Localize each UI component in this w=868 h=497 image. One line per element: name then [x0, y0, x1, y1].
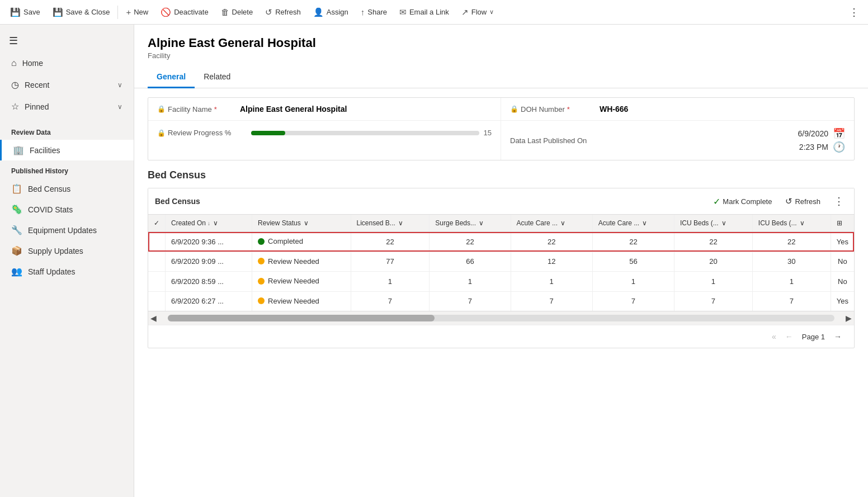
calendar-icon[interactable]: 📅 — [833, 127, 845, 140]
delete-button[interactable]: 🗑 Delete — [215, 4, 259, 20]
flow-button[interactable]: ↗ Flow ∨ — [456, 4, 499, 21]
sidebar-item-recent[interactable]: ◷ Recent ∨ — [0, 74, 134, 96]
row-icu-beds-2: 1 — [752, 272, 831, 292]
col-header-icu-beds-2[interactable]: ICU Beds (... ∨ — [752, 215, 831, 232]
sidebar-item-home[interactable]: ⌂ Home — [0, 53, 134, 74]
licensed-b-filter-icon[interactable]: ∨ — [398, 219, 403, 227]
tab-bar: General Related — [134, 67, 868, 88]
deactivate-button[interactable]: 🚫 Deactivate — [155, 4, 214, 21]
mark-complete-button[interactable]: ✓ Mark Complete — [710, 194, 775, 209]
subgrid-title: Bed Census — [155, 197, 710, 206]
subgrid-more-button[interactable]: ⋮ — [831, 193, 847, 210]
sidebar-item-facilities[interactable]: 🏢 Facilities — [0, 140, 134, 160]
pagination: « ← Page 1 → — [148, 325, 854, 348]
col-header-surge-beds[interactable]: Surge Beds... ∨ — [430, 215, 511, 232]
row-acute-care-1: 12 — [511, 252, 592, 272]
scrollbar-thumb[interactable] — [168, 315, 435, 321]
col-resize-icon[interactable]: ⊞ — [837, 219, 842, 227]
sidebar-item-pinned[interactable]: ☆ Pinned ∨ — [0, 96, 134, 117]
page-prev-button[interactable]: ← — [782, 330, 796, 343]
scroll-left-icon[interactable]: ◀ — [148, 314, 159, 323]
col-header-icu-beds-1[interactable]: ICU Beds (... ∨ — [674, 215, 752, 232]
header-check-icon[interactable]: ✓ — [154, 219, 159, 227]
save-button[interactable]: 💾 Save — [4, 4, 46, 21]
new-button[interactable]: + New — [120, 4, 154, 20]
tab-general[interactable]: General — [148, 67, 195, 88]
save-close-button[interactable]: 💾 Save & Close — [47, 4, 116, 21]
acute-care-2-filter-icon[interactable]: ∨ — [642, 219, 647, 227]
table-row[interactable]: 6/9/2020 9:36 ... Completed 22 22 22 22 … — [148, 232, 854, 252]
clock-icon[interactable]: 🕐 — [833, 141, 845, 153]
col-header-acute-care-1[interactable]: Acute Care ... ∨ — [511, 215, 592, 232]
scroll-right-icon[interactable]: ▶ — [843, 314, 854, 323]
bed-census-section-title: Bed Census — [148, 169, 855, 188]
bed-census-table: ✓ Created On ↓ ∨ — [148, 215, 854, 311]
recent-icon: ◷ — [11, 79, 19, 90]
col-header-review-status[interactable]: Review Status ∨ — [252, 215, 351, 232]
row-created-on: 6/9/2020 9:36 ... — [166, 232, 252, 252]
row-acute-care-1: 22 — [511, 232, 592, 252]
table-row[interactable]: 6/9/2020 6:27 ... Review Needed 7 7 7 7 … — [148, 291, 854, 311]
tab-related[interactable]: Related — [195, 67, 239, 88]
lock-icon-3: 🔒 — [157, 129, 166, 137]
flow-chevron-icon: ∨ — [489, 8, 494, 16]
share-button[interactable]: ↑ Share — [355, 4, 393, 20]
sidebar-item-equipment-updates[interactable]: 🔧 Equipment Updates — [0, 220, 134, 240]
col-header-acute-care-2[interactable]: Acute Care ... ∨ — [592, 215, 674, 232]
row-surge-beds: 1 — [430, 272, 511, 292]
assign-button[interactable]: 👤 Assign — [308, 4, 354, 21]
sidebar-item-bed-census[interactable]: 📋 Bed Census — [0, 178, 134, 199]
doh-number-label: 🔒 DOH Number * — [510, 105, 588, 113]
row-surge-beds: 22 — [430, 232, 511, 252]
surge-beds-filter-icon[interactable]: ∨ — [479, 219, 484, 227]
row-acute-care-2: 1 — [592, 272, 674, 292]
email-icon: ✉ — [399, 7, 407, 17]
row-last-col: No — [831, 272, 854, 292]
row-check[interactable] — [148, 291, 166, 311]
table-row[interactable]: 6/9/2020 9:09 ... Review Needed 77 66 12… — [148, 252, 854, 272]
row-check[interactable] — [148, 232, 166, 252]
row-icu-beds-2: 30 — [752, 252, 831, 272]
subgrid-refresh-button[interactable]: ↺ Refresh — [782, 194, 824, 209]
published-date-value: 6/9/2020 — [798, 129, 829, 138]
email-link-button[interactable]: ✉ Email a Link — [394, 4, 455, 21]
row-acute-care-2: 56 — [592, 252, 674, 272]
row-last-col: Yes — [831, 291, 854, 311]
row-status: Review Needed — [252, 252, 351, 272]
pinned-chevron-icon: ∨ — [117, 103, 122, 111]
bed-census-section: Bed Census Bed Census ✓ Mark Complete ↺ … — [148, 169, 855, 348]
row-acute-care-1: 7 — [511, 291, 592, 311]
row-check[interactable] — [148, 272, 166, 292]
toolbar-more-button[interactable]: ⋮ — [845, 4, 864, 21]
col-header-licensed-b[interactable]: Licensed B... ∨ — [351, 215, 430, 232]
form-row-1: 🔒 Facility Name * Alpine East General Ho… — [148, 98, 854, 121]
acute-care-1-filter-icon[interactable]: ∨ — [560, 219, 565, 227]
scrollbar-track[interactable] — [168, 315, 834, 321]
toolbar: 💾 Save 💾 Save & Close + New 🚫 Deactivate… — [0, 0, 868, 25]
progress-bar-fill — [251, 131, 285, 135]
scroll-area: ◀ ▶ — [148, 311, 854, 325]
table-body: 6/9/2020 9:36 ... Completed 22 22 22 22 … — [148, 232, 854, 311]
sidebar-item-supply-updates[interactable]: 📦 Supply Updates — [0, 240, 134, 261]
published-date-cell: Data Last Published On 6/9/2020 📅 2:23 P… — [501, 121, 854, 160]
doh-number-value[interactable]: WH-666 — [600, 105, 628, 113]
col-header-created-on[interactable]: Created On ↓ ∨ — [166, 215, 252, 232]
sidebar-item-covid-stats[interactable]: 🦠 COVID Stats — [0, 199, 134, 220]
sidebar-item-staff-updates[interactable]: 👥 Staff Updates — [0, 261, 134, 282]
page-first-button[interactable]: « — [768, 330, 780, 343]
facility-name-cell: 🔒 Facility Name * Alpine East General Ho… — [148, 98, 501, 120]
icu-beds-1-filter-icon[interactable]: ∨ — [721, 219, 727, 227]
hamburger-icon[interactable]: ☰ — [0, 29, 134, 53]
review-status-filter-icon[interactable]: ∨ — [304, 219, 309, 227]
table-row[interactable]: 6/9/2020 8:59 ... Review Needed 1 1 1 1 … — [148, 272, 854, 292]
facility-name-value[interactable]: Alpine East General Hospital — [240, 105, 347, 113]
sidebar: ☰ ⌂ Home ◷ Recent ∨ ☆ Pinned ∨ Review Da… — [0, 25, 134, 497]
refresh-button[interactable]: ↺ Refresh — [260, 4, 306, 21]
col-filter-icon[interactable]: ∨ — [213, 219, 218, 227]
icu-beds-2-filter-icon[interactable]: ∨ — [800, 219, 805, 227]
record-header: Alpine East General Hospital Facility — [134, 25, 868, 60]
content-area: Alpine East General Hospital Facility Ge… — [134, 25, 868, 497]
row-check[interactable] — [148, 252, 166, 272]
page-next-button[interactable]: → — [831, 330, 845, 343]
row-created-on: 6/9/2020 8:59 ... — [166, 272, 252, 292]
